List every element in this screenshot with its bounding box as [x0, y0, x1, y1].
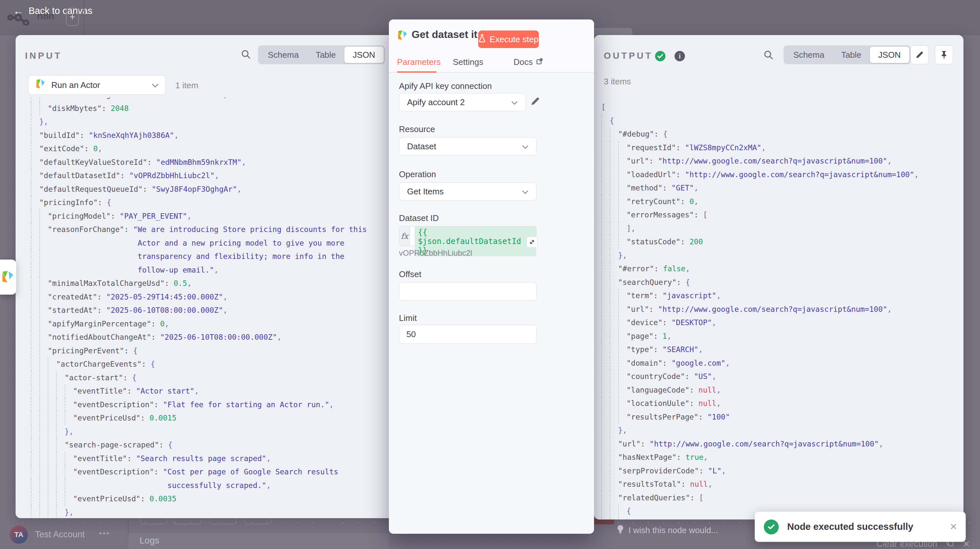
json-code-line: "search-page-scraped": {: [16, 438, 389, 452]
json-code-line: "actorChargeEvents": {: [16, 357, 389, 371]
json-code-line: "defaultRequestQueueId": "SwyJ8F4opF3Ogh…: [16, 182, 389, 196]
json-code-line: },: [16, 506, 389, 519]
offset-input[interactable]: [399, 282, 536, 301]
json-code-line: "maxTotalChargeUsd": 55.787612996996996,: [16, 97, 389, 102]
tab-schema[interactable]: Schema: [259, 47, 307, 63]
input-json-view[interactable]: "maxTotalChargeUsd": 55.787612996996996,…: [16, 97, 389, 518]
dataset-id-label: Dataset ID: [399, 213, 439, 223]
input-items-count: 1 item: [175, 81, 198, 90]
json-code-line: },: [16, 115, 389, 129]
canvas-toolbar-button: [209, 519, 236, 524]
json-code-line: "retryCount": 0,: [594, 195, 958, 209]
json-code-line: },: [594, 424, 958, 437]
limit-input[interactable]: 50: [399, 325, 536, 344]
ndv-node-side-tab[interactable]: [0, 260, 16, 295]
chevron-down-icon: [511, 97, 518, 107]
json-code-line: transparency and flexibility; more info …: [16, 250, 389, 263]
tab-table[interactable]: Table: [307, 47, 344, 63]
json-code-line: "domain": "google.com",: [594, 357, 958, 370]
expand-expression-icon[interactable]: [527, 236, 538, 248]
json-code-line: "defaultKeyValueStoreId": "edMNbmBhm59nk…: [16, 156, 389, 169]
add-tab-button[interactable]: +: [66, 8, 79, 26]
modal-tab-bar: Parameters Settings Docs: [389, 55, 594, 73]
expression-resolved-value: vOPRdZbbHhLiubc2l: [399, 249, 472, 258]
json-code-line: "resultsTotal": null,: [594, 478, 958, 491]
back-arrow-icon: ←: [13, 5, 24, 16]
output-panel-title: OUTPUT: [604, 51, 653, 61]
canvas-toolbar-button: [245, 519, 272, 524]
node-feedback-bar[interactable]: I wish this node would...: [616, 524, 718, 536]
operation-select[interactable]: Get Items: [399, 182, 536, 200]
tab-settings[interactable]: Settings: [453, 57, 484, 67]
dimmed-canvas-tab: [591, 28, 632, 35]
connection-select[interactable]: Apify account 2: [399, 93, 526, 111]
edit-credential-icon[interactable]: [530, 96, 540, 107]
operation-label: Operation: [399, 169, 436, 179]
tab-docs[interactable]: Docs: [514, 57, 543, 67]
toast-success: Node executed successfully ✕: [755, 512, 966, 542]
resource-select[interactable]: Dataset: [399, 137, 536, 155]
json-code-line: "defaultDatasetId": "vOPRdZbbHhLiubc2l",: [16, 169, 389, 182]
account-menu-dots[interactable]: •••: [99, 529, 110, 538]
search-icon[interactable]: [764, 50, 774, 62]
json-code-line: "apifyMarginPercentage": 0,: [16, 317, 389, 331]
edit-output-button[interactable]: [910, 45, 929, 64]
connection-label: Apify API key connection: [399, 81, 492, 91]
json-code-line: [: [594, 101, 958, 114]
json-code-line: "url": "http://www.google.com/search?q=j…: [594, 303, 958, 316]
json-code-line: {: [594, 114, 958, 128]
tab-json[interactable]: JSON: [870, 47, 909, 63]
json-code-line: "pricingModel": "PAY_PER_EVENT",: [16, 209, 389, 223]
json-code-line: "eventTitle": "Search results page scrap…: [16, 452, 389, 466]
node-title[interactable]: Get dataset it...: [412, 29, 486, 41]
info-icon[interactable]: i: [675, 51, 685, 63]
chevron-down-icon: [522, 187, 528, 197]
tab-table[interactable]: Table: [833, 47, 870, 63]
chevron-down-icon: [522, 141, 528, 152]
json-code-line: "buildId": "knSneXqhYAjh0386A",: [16, 129, 389, 143]
json-code-line: },: [16, 425, 389, 439]
account-name[interactable]: Test Account: [35, 530, 85, 539]
tab-parameters[interactable]: Parameters: [397, 57, 441, 67]
input-source-select[interactable]: Run an Actor: [28, 75, 165, 95]
json-code-line: ],: [594, 222, 958, 236]
output-json-view[interactable]: [{"#debug": {"requestId": "lWZS8mpyCCn2x…: [594, 97, 958, 519]
json-code-line: "eventTitle": "Actor start",: [16, 384, 389, 398]
node-settings-modal: Get dataset it... Execute step Parameter…: [389, 19, 594, 534]
logs-label[interactable]: Logs: [140, 535, 159, 546]
json-code-line: "resultsPerPage": "100": [594, 411, 958, 424]
success-check-icon: [655, 51, 665, 63]
close-icon[interactable]: ✕: [950, 521, 957, 532]
json-code-line: "eventPriceUsd": 0.0035: [16, 492, 389, 506]
chevron-down-icon: [151, 80, 159, 90]
resource-label: Resource: [399, 124, 435, 134]
json-code-line: "requestId": "lWZS8mpyCCn2xMA",: [594, 141, 958, 155]
dataset-id-expression-input[interactable]: fx {{ $json.defaultDatasetId }}: [399, 226, 536, 246]
search-icon[interactable]: [241, 49, 251, 61]
output-panel: OUTPUT i Schema Table JSON 3 items [{"#d…: [594, 35, 963, 519]
json-code-line: "url": "http://www.google.com/search?q=j…: [594, 437, 958, 451]
json-code-line: successfully scraped.",: [16, 479, 389, 493]
execute-step-button[interactable]: Execute step: [478, 30, 539, 48]
back-to-canvas-button[interactable]: ← Back to canvas: [13, 5, 92, 16]
json-code-line: "hasNextPage": true,: [594, 451, 958, 464]
tab-schema[interactable]: Schema: [785, 47, 833, 63]
json-code-line: "serpProviderCode": "L",: [594, 464, 958, 478]
json-code-line: "relatedQueries": [: [594, 491, 958, 505]
canvas-toolbar-button: [173, 519, 202, 524]
json-code-line: "page": 1,: [594, 330, 958, 343]
output-view-switcher: Schema Table JSON: [784, 45, 910, 64]
json-code-line: "locationUule": null,: [594, 397, 958, 411]
tab-json[interactable]: JSON: [344, 47, 384, 63]
pin-data-button[interactable]: [935, 45, 953, 64]
json-code-line: "reasonForChange": "We are introducing S…: [16, 223, 389, 236]
apify-node-icon: [397, 30, 408, 43]
json-code-line: "eventPriceUsd": 0.0015: [16, 411, 389, 425]
flask-icon: [479, 34, 485, 45]
lightbulb-icon: [616, 524, 625, 536]
apify-logo-icon: [35, 79, 46, 92]
avatar[interactable]: TA: [10, 526, 28, 544]
fx-badge: fx: [399, 227, 410, 246]
json-code-line: "#debug": {: [594, 127, 958, 141]
json-code-line: Actor and a new pricing model to give yo…: [16, 236, 389, 250]
